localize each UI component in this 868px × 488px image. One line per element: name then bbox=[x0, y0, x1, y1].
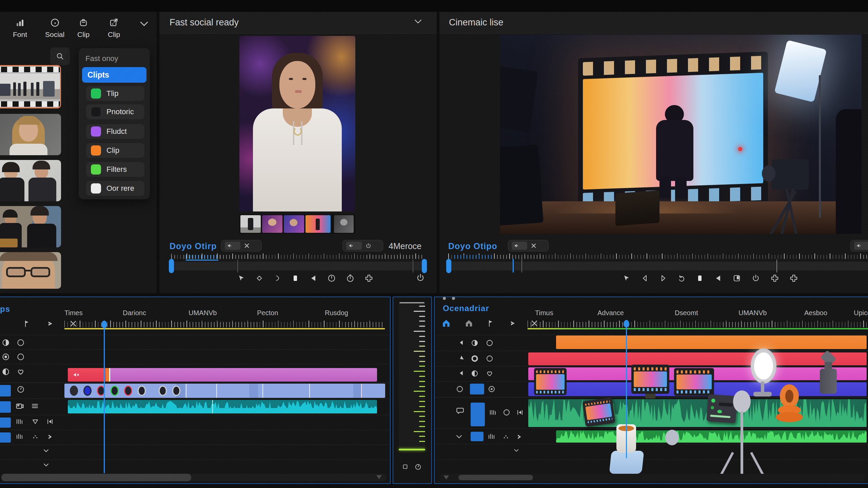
dots-icon[interactable] bbox=[31, 433, 39, 441]
menu-item-clip[interactable]: Clip bbox=[86, 143, 144, 158]
track-color-swatch[interactable] bbox=[0, 418, 11, 428]
keyframe-dot[interactable] bbox=[159, 386, 167, 396]
dots-icon[interactable] bbox=[502, 433, 510, 441]
plus-icon[interactable] bbox=[770, 274, 779, 283]
flag-icon[interactable] bbox=[487, 319, 495, 328]
home-icon[interactable] bbox=[465, 319, 473, 328]
heart-icon[interactable] bbox=[486, 369, 494, 378]
audio-clip-cyan[interactable] bbox=[68, 400, 377, 413]
circle-icon[interactable] bbox=[502, 408, 511, 416]
eye-icon[interactable] bbox=[488, 385, 496, 393]
menu-item-tlip[interactable]: Tlip bbox=[86, 86, 144, 101]
search-button[interactable] bbox=[50, 47, 70, 65]
keyframe-dot[interactable] bbox=[124, 386, 132, 396]
circle-icon[interactable] bbox=[486, 354, 494, 363]
chevron-right-icon[interactable] bbox=[46, 433, 54, 441]
mute-control[interactable] bbox=[508, 240, 549, 251]
cinematic-slider-track[interactable] bbox=[448, 262, 868, 270]
frame-icon[interactable] bbox=[732, 274, 741, 283]
chevron-down-icon[interactable] bbox=[513, 448, 520, 453]
reverse-icon[interactable] bbox=[714, 274, 722, 282]
media-thumbnail-office[interactable] bbox=[0, 206, 61, 247]
close-icon[interactable] bbox=[244, 243, 250, 249]
chevron-down-icon[interactable] bbox=[42, 462, 50, 468]
menu-item-filters[interactable]: Filters bbox=[86, 162, 144, 177]
prev-icon[interactable] bbox=[641, 274, 649, 282]
toolbar-item-clip[interactable]: Clip bbox=[77, 18, 90, 39]
bars-icon[interactable] bbox=[488, 408, 497, 416]
timeline-left-scrollbar[interactable] bbox=[1, 474, 387, 481]
menu-item-oor-rere[interactable]: Oor rere bbox=[86, 181, 144, 196]
scrollbar-thumb[interactable] bbox=[458, 475, 533, 480]
audio-reset-control[interactable] bbox=[342, 240, 383, 251]
keyframe-clip[interactable] bbox=[64, 384, 385, 398]
social-slider-handle-right[interactable] bbox=[422, 259, 427, 273]
level-meter[interactable] bbox=[399, 301, 425, 451]
clip-crimson[interactable] bbox=[528, 352, 867, 365]
close-icon[interactable] bbox=[531, 243, 537, 249]
media-thumbnail-glasses[interactable] bbox=[0, 252, 61, 289]
bars-icon[interactable] bbox=[487, 432, 496, 441]
speech-bubble-icon[interactable] bbox=[456, 406, 465, 415]
camera-icon[interactable] bbox=[15, 401, 24, 411]
heart-icon[interactable] bbox=[16, 367, 25, 376]
contrast-icon[interactable] bbox=[1, 367, 10, 376]
media-thumbnail-duo[interactable] bbox=[0, 160, 61, 201]
scrollbar-arrow-icon[interactable] bbox=[443, 475, 449, 480]
flag-icon[interactable] bbox=[23, 319, 31, 328]
track-color-swatch-tall[interactable] bbox=[471, 403, 485, 426]
step-icon[interactable] bbox=[46, 418, 54, 426]
step-icon[interactable] bbox=[516, 408, 524, 416]
square-icon[interactable] bbox=[401, 463, 409, 470]
audio-clip-green[interactable] bbox=[556, 430, 867, 443]
track-color-swatch[interactable] bbox=[470, 384, 484, 394]
media-thumbnail-woman[interactable] bbox=[0, 114, 61, 155]
video-clip-pink[interactable] bbox=[68, 368, 377, 382]
track-color-swatch[interactable] bbox=[471, 432, 484, 441]
menu-item-fast-onoy[interactable]: Fast onoy bbox=[82, 52, 146, 67]
timeline-right-scrollbar[interactable] bbox=[439, 474, 865, 481]
stop-icon[interactable] bbox=[696, 274, 704, 282]
social-video-preview[interactable] bbox=[239, 36, 355, 211]
track-color-swatch[interactable] bbox=[0, 385, 11, 396]
triangle-left-icon[interactable] bbox=[458, 369, 465, 377]
track-color-swatch[interactable] bbox=[0, 432, 11, 443]
stop-icon[interactable] bbox=[291, 274, 299, 282]
keyframe-dot[interactable] bbox=[138, 386, 146, 396]
chevron-right-icon[interactable] bbox=[515, 433, 523, 441]
cinematic-video-preview[interactable] bbox=[500, 35, 862, 234]
plus-icon[interactable] bbox=[364, 274, 373, 283]
social-slider-handle-left[interactable] bbox=[169, 259, 174, 273]
half-moon-icon[interactable] bbox=[1, 338, 10, 347]
mute-control[interactable] bbox=[221, 240, 262, 251]
keyframe-dot[interactable] bbox=[172, 386, 180, 396]
chevron-down-icon[interactable] bbox=[455, 434, 463, 440]
circle-icon[interactable] bbox=[16, 352, 25, 361]
forward-icon[interactable] bbox=[46, 319, 54, 328]
timer-icon[interactable] bbox=[414, 463, 422, 470]
menu-item-selected[interactable]: Clipts bbox=[82, 67, 146, 83]
toolbar-item-clip-export[interactable]: Clip bbox=[108, 18, 120, 39]
cursor-icon[interactable] bbox=[237, 274, 245, 282]
scrollbar-arrow-icon[interactable] bbox=[376, 475, 382, 479]
audio-clip-teal[interactable] bbox=[528, 399, 867, 427]
media-thumbnail-studio-group[interactable] bbox=[0, 65, 61, 108]
toolbar-item-font[interactable]: Font bbox=[13, 18, 27, 39]
power-icon[interactable] bbox=[416, 273, 425, 283]
undo-icon[interactable] bbox=[677, 274, 686, 282]
ring-icon[interactable] bbox=[471, 354, 479, 363]
reverse-icon[interactable] bbox=[309, 274, 317, 282]
social-filmstrip[interactable] bbox=[239, 214, 355, 234]
home-icon[interactable] bbox=[441, 319, 451, 328]
menu-item-pnotoric[interactable]: Pnotoric bbox=[86, 104, 144, 119]
circle-icon[interactable] bbox=[16, 338, 25, 347]
scrollbar-thumb[interactable] bbox=[1, 474, 191, 481]
cinematic-slider-handle-left[interactable] bbox=[446, 259, 451, 273]
play-icon[interactable] bbox=[273, 274, 281, 282]
keyframe-dot[interactable] bbox=[111, 386, 119, 396]
forward-icon[interactable] bbox=[509, 319, 517, 327]
social-slider-track[interactable] bbox=[171, 262, 424, 270]
clock-icon[interactable] bbox=[16, 385, 25, 394]
chevron-down-icon[interactable] bbox=[42, 448, 50, 454]
triangle-left-icon[interactable] bbox=[458, 339, 465, 346]
